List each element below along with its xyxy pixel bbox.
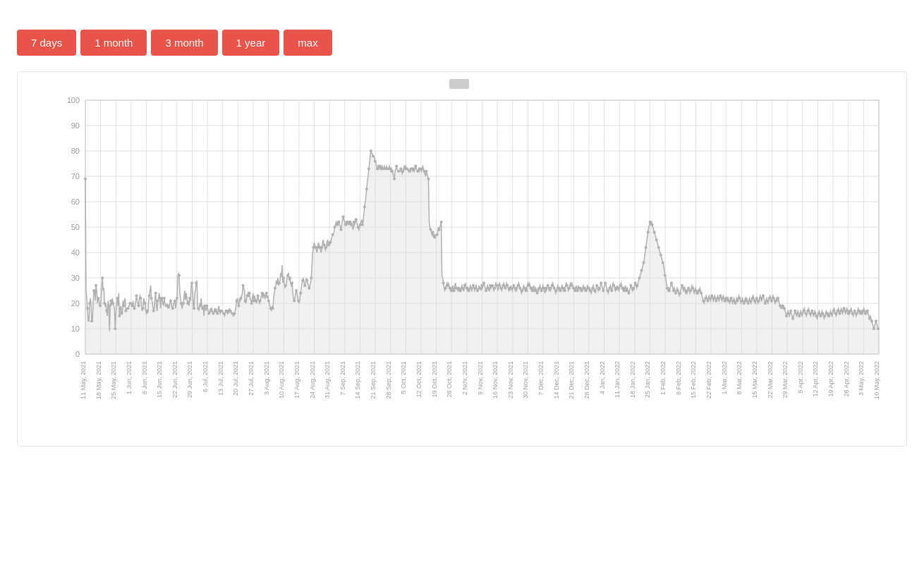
svg-point-135 bbox=[97, 297, 99, 300]
svg-point-153 bbox=[135, 294, 138, 297]
svg-point-277 bbox=[399, 167, 402, 170]
filter-btn-1year[interactable]: 1 year bbox=[222, 30, 280, 56]
svg-point-246 bbox=[334, 226, 336, 229]
svg-point-500 bbox=[875, 320, 877, 322]
svg-point-405 bbox=[672, 289, 675, 292]
svg-point-289 bbox=[425, 170, 427, 173]
svg-point-151 bbox=[130, 305, 133, 308]
svg-point-189 bbox=[212, 312, 214, 315]
svg-point-404 bbox=[670, 281, 673, 284]
svg-point-177 bbox=[186, 302, 189, 305]
svg-point-304 bbox=[457, 286, 460, 289]
svg-text:15 Feb, 2022: 15 Feb, 2022 bbox=[690, 361, 697, 399]
svg-text:8 Jun, 2021: 8 Jun, 2021 bbox=[141, 361, 148, 394]
svg-point-396 bbox=[653, 231, 656, 233]
filter-btn-1month[interactable]: 1 month bbox=[80, 30, 147, 56]
svg-point-233 bbox=[305, 279, 308, 282]
svg-point-254 bbox=[351, 223, 353, 226]
svg-point-397 bbox=[655, 238, 658, 241]
svg-point-489 bbox=[851, 312, 854, 315]
legend-swatch bbox=[449, 79, 469, 89]
svg-point-248 bbox=[338, 221, 341, 224]
filter-btn-3month[interactable]: 3 month bbox=[151, 30, 217, 56]
svg-point-375 bbox=[608, 286, 611, 289]
svg-point-485 bbox=[843, 307, 846, 310]
svg-point-242 bbox=[324, 246, 327, 249]
svg-point-351 bbox=[557, 286, 560, 289]
svg-point-347 bbox=[549, 286, 552, 289]
svg-point-329 bbox=[510, 286, 513, 289]
svg-point-408 bbox=[679, 292, 681, 295]
svg-point-205 bbox=[246, 294, 249, 297]
svg-point-495 bbox=[864, 312, 867, 315]
svg-point-186 bbox=[205, 305, 208, 308]
svg-point-259 bbox=[361, 223, 364, 226]
svg-point-169 bbox=[169, 299, 172, 302]
svg-point-469 bbox=[808, 312, 811, 315]
svg-point-213 bbox=[263, 294, 266, 297]
svg-point-372 bbox=[602, 289, 604, 292]
svg-point-366 bbox=[589, 289, 592, 292]
svg-point-409 bbox=[681, 284, 683, 287]
svg-point-181 bbox=[195, 281, 197, 284]
svg-point-484 bbox=[841, 310, 844, 312]
chart-svg-container: 010203040506070809010011 May, 202118 May… bbox=[40, 93, 899, 439]
svg-point-440 bbox=[747, 302, 750, 305]
svg-point-377 bbox=[612, 284, 615, 287]
svg-point-468 bbox=[806, 310, 809, 312]
svg-point-262 bbox=[367, 167, 370, 170]
svg-point-143 bbox=[114, 327, 116, 330]
svg-point-424 bbox=[712, 297, 715, 300]
svg-point-376 bbox=[610, 289, 613, 292]
filter-btn-7days[interactable]: 7 days bbox=[17, 30, 76, 56]
svg-point-146 bbox=[120, 312, 123, 315]
svg-point-298 bbox=[444, 286, 447, 289]
svg-point-479 bbox=[830, 312, 833, 315]
svg-point-255 bbox=[353, 221, 355, 224]
svg-point-436 bbox=[738, 297, 741, 300]
svg-point-486 bbox=[845, 310, 848, 312]
svg-point-150 bbox=[128, 302, 131, 305]
svg-point-371 bbox=[600, 281, 602, 284]
svg-point-342 bbox=[538, 286, 541, 289]
svg-point-387 bbox=[634, 281, 637, 284]
svg-point-488 bbox=[849, 310, 852, 312]
svg-point-215 bbox=[267, 299, 270, 302]
svg-point-398 bbox=[657, 246, 660, 249]
svg-point-369 bbox=[595, 284, 598, 287]
svg-point-352 bbox=[559, 289, 562, 292]
svg-text:3 May, 2022: 3 May, 2022 bbox=[858, 361, 865, 396]
svg-text:28 Sep, 2021: 28 Sep, 2021 bbox=[385, 361, 392, 399]
svg-point-313 bbox=[476, 289, 479, 292]
svg-point-464 bbox=[798, 315, 801, 317]
svg-point-296 bbox=[440, 221, 443, 224]
svg-point-368 bbox=[593, 289, 596, 292]
svg-point-223 bbox=[284, 284, 287, 287]
svg-point-210 bbox=[257, 294, 260, 297]
svg-point-425 bbox=[715, 299, 717, 302]
filter-buttons: 7 days1 month3 month1 yearmax bbox=[17, 30, 907, 56]
svg-point-487 bbox=[847, 312, 850, 315]
svg-point-501 bbox=[877, 327, 880, 330]
svg-point-211 bbox=[259, 299, 262, 302]
svg-point-278 bbox=[401, 170, 404, 173]
svg-point-338 bbox=[529, 286, 532, 289]
svg-point-325 bbox=[501, 284, 504, 287]
filter-btn-max[interactable]: max bbox=[284, 30, 332, 56]
svg-text:10 Aug, 2021: 10 Aug, 2021 bbox=[278, 361, 285, 399]
svg-text:22 Mar, 2022: 22 Mar, 2022 bbox=[767, 361, 774, 399]
svg-point-331 bbox=[514, 286, 517, 289]
svg-point-144 bbox=[116, 297, 118, 300]
svg-point-194 bbox=[222, 312, 225, 315]
svg-point-420 bbox=[704, 297, 707, 300]
svg-point-299 bbox=[446, 284, 449, 287]
svg-point-457 bbox=[783, 307, 786, 310]
svg-point-147 bbox=[122, 305, 125, 308]
svg-point-284 bbox=[414, 165, 417, 168]
svg-point-346 bbox=[547, 284, 549, 287]
svg-point-158 bbox=[146, 310, 149, 312]
svg-text:25 Jan, 2022: 25 Jan, 2022 bbox=[644, 361, 651, 398]
svg-point-309 bbox=[468, 289, 470, 292]
svg-text:22 Jun, 2021: 22 Jun, 2021 bbox=[171, 361, 178, 398]
svg-point-407 bbox=[676, 289, 679, 292]
